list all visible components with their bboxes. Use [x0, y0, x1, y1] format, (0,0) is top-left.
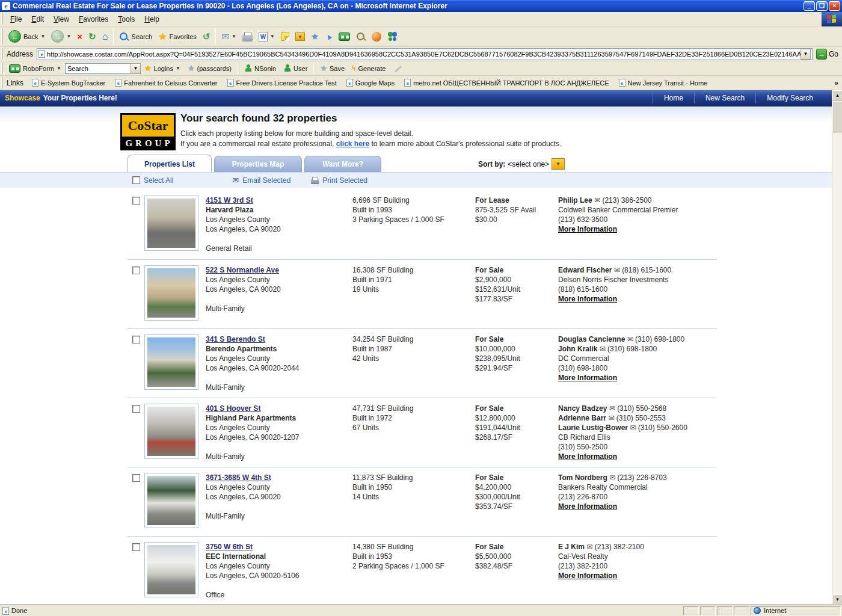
site-nav-item[interactable]: Modify Search — [755, 93, 824, 103]
toolbar-grip[interactable] — [1, 63, 3, 73]
stop-button[interactable]: × — [74, 31, 85, 42]
print-button[interactable] — [239, 31, 256, 43]
contact-email-icon[interactable]: ✉ — [630, 424, 636, 432]
address-dropdown-icon[interactable]: ▼ — [801, 49, 811, 60]
forward-dropdown-icon[interactable]: ▼ — [66, 34, 71, 39]
contact-email-icon[interactable]: ✉ — [608, 414, 614, 422]
property-photo[interactable] — [144, 473, 198, 528]
home-button[interactable]: ⌂ — [99, 31, 111, 42]
tab-want-more[interactable]: Want More? — [304, 156, 381, 172]
listing-checkbox[interactable] — [132, 405, 140, 413]
select-all-checkbox[interactable] — [132, 176, 140, 184]
toolbar-grip[interactable] — [1, 77, 3, 88]
logins-dropdown-icon[interactable]: ▼ — [176, 66, 180, 71]
menu-item[interactable]: View — [49, 13, 74, 25]
address-input[interactable]: e http://showcase.costar.com/AppRoot.asp… — [37, 48, 813, 60]
contact-email-icon[interactable]: ✉ — [600, 345, 606, 353]
search-button[interactable]: Search — [116, 31, 155, 43]
property-photo[interactable] — [144, 196, 198, 251]
roboform-search-input[interactable] — [65, 63, 131, 74]
click-here-link[interactable]: click here — [336, 140, 369, 148]
refresh-button[interactable]: ↻ — [85, 31, 99, 42]
export-button[interactable]: ▼ — [292, 31, 308, 42]
toolbar-grip[interactable] — [1, 48, 3, 59]
sort-dropdown-button[interactable]: ▼ — [552, 158, 565, 170]
menu-item[interactable]: Edit — [26, 13, 49, 25]
notes-button[interactable] — [278, 31, 292, 42]
browser-tool-button[interactable] — [369, 31, 384, 43]
menu-item[interactable]: Favorites — [74, 13, 113, 25]
back-dropdown-icon[interactable]: ▼ — [40, 34, 45, 39]
property-address-link[interactable]: 3750 W 6th St — [206, 542, 253, 552]
scroll-up-button[interactable]: ▲ — [832, 90, 842, 100]
email-selected-link[interactable]: ✉ Email Selected — [232, 176, 290, 185]
pencil-icon[interactable] — [395, 64, 402, 72]
property-address-link[interactable]: 3671-3685 W 4th St — [206, 473, 271, 482]
research-button[interactable] — [353, 31, 369, 43]
property-address-link[interactable]: 522 S Normandie Ave — [206, 265, 279, 275]
listing-checkbox[interactable] — [132, 543, 140, 551]
messenger-button[interactable] — [384, 31, 401, 43]
more-information-link[interactable]: More Information — [558, 294, 617, 304]
contact-email-icon[interactable]: ✉ — [594, 196, 600, 205]
tab-properties-list[interactable]: Properties List — [128, 155, 212, 172]
vertical-scrollbar[interactable]: ▲ ▼ — [832, 90, 842, 605]
minimize-button[interactable]: _ — [804, 1, 815, 11]
roboform-menu-button[interactable]: RoboForm ▼ — [5, 64, 65, 73]
menu-item[interactable]: Tools — [113, 13, 140, 25]
contact-email-icon[interactable]: ✉ — [586, 543, 592, 551]
back-button[interactable]: ← Back ▼ — [5, 29, 48, 44]
property-photo[interactable] — [144, 404, 198, 459]
links-bar-link[interactable]: e E-System BugTracker — [27, 79, 110, 87]
contact-email-icon[interactable]: ✉ — [627, 335, 633, 343]
roboform-dropdown-icon[interactable]: ▼ — [57, 66, 61, 71]
mail-button[interactable]: ✉▼ — [218, 30, 239, 43]
logins-button[interactable]: ★ Logins ▼ — [141, 64, 184, 73]
listing-checkbox[interactable] — [132, 266, 140, 274]
forward-button[interactable]: → ▼ — [48, 29, 74, 44]
generate-button[interactable]: ϟ Generate — [348, 64, 389, 73]
property-photo[interactable] — [144, 265, 198, 321]
property-address-link[interactable]: 4151 W 3rd St — [206, 196, 253, 205]
contact-email-icon[interactable]: ✉ — [609, 473, 615, 482]
contact-email-icon[interactable]: ✉ — [614, 266, 620, 274]
links-bar-link[interactable]: e metro.net ОБЩЕСТВЕННЫЙ ТРАНСПОРТ В ЛОС… — [399, 79, 613, 87]
edit-in-word-button[interactable]: W▼ — [256, 31, 278, 43]
toolbar-grip[interactable] — [1, 28, 3, 44]
favorites-button[interactable]: ★ Favorites — [155, 29, 200, 43]
passcards-button[interactable]: ★ (passcards) — [184, 64, 235, 73]
scroll-down-button[interactable]: ▼ — [832, 594, 842, 605]
property-address-link[interactable]: 341 S Berendo St — [206, 334, 265, 344]
identity-nsonin-button[interactable]: NSonin — [241, 64, 280, 72]
identity-user-button[interactable]: User — [280, 64, 311, 72]
maximize-button[interactable]: ❐ — [816, 1, 828, 11]
links-bar-link[interactable]: e New Jersey Transit - Home — [614, 79, 713, 87]
listing-checkbox[interactable] — [132, 474, 140, 482]
links-overflow-chevron-icon[interactable]: » — [834, 79, 842, 87]
links-bar-link[interactable]: e Fahrenheit to Celsius Converter — [110, 79, 222, 87]
contact-email-icon[interactable]: ✉ — [609, 404, 615, 413]
more-information-link[interactable]: More Information — [558, 502, 617, 511]
more-information-link[interactable]: More Information — [558, 571, 617, 581]
tab-properties-map[interactable]: Properties Map — [214, 156, 302, 172]
links-bar-link[interactable]: e Google Maps — [342, 79, 399, 87]
menu-item[interactable]: Help — [140, 13, 164, 25]
roboform-search-dropdown-icon[interactable]: ▼ — [131, 63, 141, 74]
listing-checkbox[interactable] — [132, 197, 140, 205]
toolbar-grip[interactable] — [1, 13, 3, 24]
property-address-link[interactable]: 401 S Hoover St — [206, 404, 260, 413]
more-information-link[interactable]: More Information — [558, 452, 617, 461]
roboform-toolbar-button[interactable] — [336, 31, 353, 42]
go-button[interactable]: → Go — [813, 49, 842, 60]
edit-dropdown-icon[interactable]: ▼ — [270, 34, 275, 39]
save-button[interactable]: ★ Save — [316, 64, 348, 73]
print-selected-link[interactable]: Print Selected — [311, 176, 367, 185]
listing-checkbox[interactable] — [132, 336, 140, 343]
mail-dropdown-icon[interactable]: ▼ — [232, 34, 236, 39]
site-nav-item[interactable]: Home — [653, 93, 694, 103]
messenger-star-button[interactable]: ★ — [308, 30, 322, 43]
more-information-link[interactable]: More Information — [558, 224, 617, 234]
links-bar-link[interactable]: e Free Drivers License Practice Test — [223, 79, 342, 87]
more-information-link[interactable]: More Information — [558, 373, 617, 383]
site-nav-item[interactable]: New Search — [694, 93, 755, 103]
